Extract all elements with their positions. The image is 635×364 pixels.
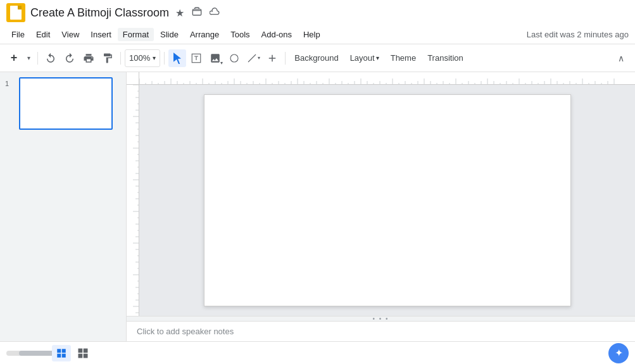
image-tool-button[interactable]: ▾ bbox=[206, 49, 224, 67]
svg-rect-122 bbox=[57, 349, 61, 353]
app-icon-shape bbox=[10, 6, 22, 20]
menu-insert[interactable]: Insert bbox=[85, 28, 116, 41]
slide-canvas[interactable] bbox=[204, 94, 571, 306]
grid-view-large-button[interactable] bbox=[73, 345, 92, 361]
svg-rect-128 bbox=[79, 353, 83, 358]
layout-label: Layout bbox=[350, 53, 375, 63]
editor-area: // Will be drawn dynamically • • • Click… bbox=[127, 72, 635, 341]
toolbar-sep-4 bbox=[285, 52, 286, 65]
ruler-area: // Will be drawn dynamically bbox=[127, 72, 635, 85]
collapse-toolbar-button[interactable]: ∧ bbox=[612, 49, 630, 67]
notes-area: • • • Click to add speaker notes bbox=[127, 316, 635, 341]
app-icon bbox=[6, 3, 25, 22]
svg-point-2 bbox=[230, 54, 238, 62]
speaker-notes-input[interactable]: Click to add speaker notes bbox=[127, 322, 635, 341]
horizontal-ruler: // Will be drawn dynamically bbox=[139, 72, 635, 85]
svg-rect-125 bbox=[62, 353, 66, 357]
zoom-chevron: ▾ bbox=[153, 54, 156, 61]
toolbar-sep-1 bbox=[37, 52, 38, 65]
paint-format-button[interactable] bbox=[99, 49, 116, 67]
slide-panel: 1 bbox=[0, 72, 127, 341]
background-button[interactable]: Background bbox=[289, 49, 343, 67]
menu-format[interactable]: Format bbox=[118, 28, 154, 41]
notes-drag-handle[interactable]: • • • bbox=[127, 317, 635, 322]
last-edit-status: Last edit was 2 minutes ago bbox=[527, 30, 629, 39]
vertical-ruler bbox=[127, 85, 139, 316]
folder-icon[interactable] bbox=[191, 5, 203, 20]
toolbar-sep-3 bbox=[164, 52, 165, 65]
transition-label: Transition bbox=[427, 53, 463, 63]
svg-rect-124 bbox=[57, 353, 61, 357]
theme-button[interactable]: Theme bbox=[386, 49, 421, 67]
svg-rect-123 bbox=[62, 349, 66, 353]
more-tools-button[interactable] bbox=[263, 49, 281, 67]
svg-rect-127 bbox=[84, 348, 88, 353]
layout-button[interactable]: Layout ▾ bbox=[345, 49, 384, 67]
background-label: Background bbox=[294, 53, 338, 63]
cloud-icon[interactable] bbox=[208, 5, 221, 20]
print-button[interactable] bbox=[80, 49, 97, 67]
grid-view-small-button[interactable] bbox=[52, 345, 71, 361]
toolbar: + ▾ 100% ▾ ▾ ▾ Background Layout bbox=[0, 44, 635, 72]
menu-arrange[interactable]: Arrange bbox=[185, 28, 224, 41]
star-icon[interactable]: ★ bbox=[174, 6, 185, 20]
layout-chevron: ▾ bbox=[376, 54, 379, 61]
canvas-area bbox=[139, 85, 635, 316]
menu-addons[interactable]: Add-ons bbox=[256, 28, 297, 41]
svg-rect-129 bbox=[84, 353, 88, 358]
slide-view-buttons bbox=[6, 345, 92, 361]
smart-compose-icon: ✦ bbox=[615, 347, 623, 359]
zoom-level: 100% bbox=[129, 53, 150, 63]
drag-dots-icon: • • • bbox=[372, 315, 389, 322]
menu-edit[interactable]: Edit bbox=[31, 28, 55, 41]
transition-button[interactable]: Transition bbox=[422, 49, 468, 67]
undo-button[interactable] bbox=[42, 49, 60, 67]
horizontal-scrollbar[interactable] bbox=[6, 351, 44, 356]
menu-help[interactable]: Help bbox=[298, 28, 325, 41]
corner-ruler bbox=[127, 72, 139, 85]
text-box-tool-button[interactable] bbox=[187, 49, 205, 67]
title-bar: Create A Bitmoji Classroom ★ bbox=[0, 0, 635, 25]
svg-rect-126 bbox=[79, 348, 83, 353]
menu-tools[interactable]: Tools bbox=[225, 28, 255, 41]
main-area: 1 // Will be drawn dynamically bbox=[0, 72, 635, 341]
svg-line-3 bbox=[248, 54, 256, 62]
document-title: Create A Bitmoji Classroom bbox=[30, 6, 169, 20]
line-tool-button[interactable]: ▾ bbox=[244, 49, 262, 67]
select-tool-button[interactable] bbox=[168, 49, 186, 67]
shape-tool-button[interactable] bbox=[225, 49, 243, 67]
toolbar-add-group: + ▾ bbox=[5, 49, 34, 67]
menu-slide[interactable]: Slide bbox=[155, 28, 184, 41]
menu-view[interactable]: View bbox=[56, 28, 84, 41]
redo-button[interactable] bbox=[61, 49, 79, 67]
slide-thumbnail-1[interactable] bbox=[19, 77, 113, 130]
toolbar-sep-2 bbox=[120, 52, 121, 65]
canvas-with-vruler bbox=[127, 85, 635, 316]
slide-number-1: 1 bbox=[5, 77, 15, 87]
slide-1-container: 1 bbox=[5, 77, 121, 130]
add-chevron[interactable]: ▾ bbox=[23, 49, 34, 67]
bottom-bar: ✦ bbox=[0, 341, 635, 364]
scroll-thumb bbox=[19, 351, 57, 356]
theme-label: Theme bbox=[391, 53, 416, 63]
smart-compose-button[interactable]: ✦ bbox=[608, 343, 629, 363]
menu-bar: File Edit View Insert Format Slide Arran… bbox=[0, 25, 635, 44]
toolbar-right-group: ∧ bbox=[612, 49, 630, 67]
menu-file[interactable]: File bbox=[6, 28, 30, 41]
add-button[interactable]: + bbox=[5, 49, 23, 67]
zoom-control[interactable]: 100% ▾ bbox=[125, 49, 160, 67]
